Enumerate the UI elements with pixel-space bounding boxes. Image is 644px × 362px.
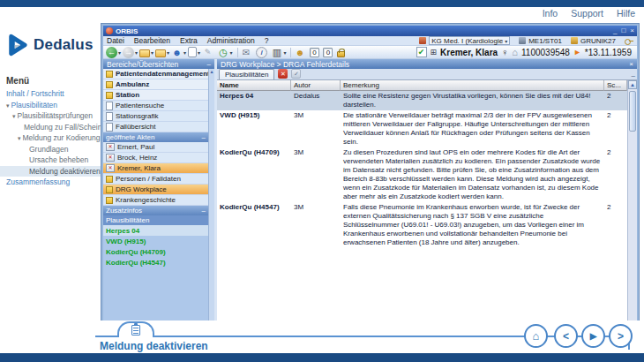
list-item[interactable]: Personen / Falldaten: [103, 174, 208, 185]
case-arrow-icon[interactable]: ►: [573, 48, 581, 57]
previous-button[interactable]: <: [554, 324, 578, 348]
cell-bemerkung: Die stationäre Verweildauer beträgt maxi…: [341, 111, 604, 147]
column-header-sc[interactable]: Sc...: [604, 80, 627, 91]
tree-expand-icon[interactable]: ▾: [6, 102, 10, 109]
minimize-icon[interactable]: _: [613, 26, 617, 35]
plausibility-item[interactable]: KodierQu (H4709): [103, 246, 208, 257]
top-link-hilfe[interactable]: Hilfe: [617, 8, 635, 22]
chevron-down-icon[interactable]: ▾: [230, 49, 233, 56]
left-panel-scrollbar[interactable]: ▲: [208, 69, 214, 321]
panel-close-icon[interactable]: ×: [629, 61, 633, 68]
tab-plausibilitaeten[interactable]: Plausibilitäten: [219, 69, 274, 79]
chevron-down-icon[interactable]: ▾: [183, 49, 186, 56]
list-item[interactable]: ✕Ernert, Paul: [103, 142, 208, 153]
chevron-down-icon[interactable]: ▾: [198, 49, 200, 56]
collapse-icon[interactable]: –: [202, 207, 206, 215]
list-item[interactable]: Patientendatenmanagement: [103, 69, 208, 79]
close-icon[interactable]: ×: [630, 26, 634, 35]
case-number[interactable]: 1100039548: [521, 48, 570, 57]
plausibility-item[interactable]: KodierQu (H4547): [103, 257, 208, 268]
deactivate-message-icon[interactable]: ✕: [278, 69, 288, 79]
plausibility-item[interactable]: VWD (H915): [103, 236, 208, 246]
sidebar-item[interactable]: Grundlagen: [0, 144, 101, 155]
left-panel-header[interactable]: Bereiche/Übersichten –: [103, 59, 214, 69]
sidebar-item[interactable]: ▾Plausibilitäten: [0, 100, 101, 111]
column-header-bemerkung[interactable]: Bemerkung: [341, 80, 604, 91]
sidebar-item[interactable]: ▾Plausibilitätsprüfungen: [0, 110, 101, 122]
chevron-down-icon[interactable]: ▾: [167, 49, 169, 56]
list-item[interactable]: ✕Kremer, Klara: [103, 163, 208, 174]
chevron-down-icon[interactable]: ▾: [118, 49, 121, 56]
mail-icon[interactable]: ✉: [241, 47, 252, 58]
scroll-up-icon[interactable]: ▲: [628, 80, 637, 89]
list-item[interactable]: Station: [103, 90, 208, 101]
table-row[interactable]: VWD (H915)3MDie stationäre Verweildauer …: [217, 110, 627, 147]
tree-expand-icon[interactable]: ▾: [18, 135, 21, 141]
orbis-titlebar[interactable]: ORBIS _ □ ×: [103, 26, 637, 36]
collapse-icon[interactable]: –: [202, 133, 206, 141]
chevron-down-icon[interactable]: ▾: [283, 49, 286, 56]
home-button[interactable]: ⌂: [524, 324, 548, 348]
patient-check-icon[interactable]: ✔: [416, 47, 427, 57]
sidebar-item[interactable]: Zusammenfassung: [0, 177, 101, 188]
barcode-icon[interactable]: ▥: [271, 47, 282, 58]
column-header-autor[interactable]: Autor: [291, 80, 341, 91]
maximize-icon[interactable]: □: [621, 26, 625, 35]
lock-icon[interactable]: [337, 51, 345, 57]
users-icon[interactable]: ☻: [171, 47, 183, 58]
table-scrollbar[interactable]: ▲: [627, 80, 637, 321]
collapse-icon[interactable]: –: [207, 61, 211, 68]
patient-name[interactable]: Kremer, Klara: [440, 48, 498, 57]
back-icon[interactable]: ←: [106, 47, 117, 58]
list-item[interactable]: DRG Workplace: [103, 185, 208, 195]
station-indicator[interactable]: ME1/ST01: [519, 37, 562, 45]
tree-expand-icon[interactable]: ▾: [12, 113, 16, 119]
sidebar-item[interactable]: Inhalt / Fortschritt: [0, 88, 101, 100]
sidebar-item[interactable]: Ursache beheben: [0, 155, 101, 166]
counter-badge[interactable]: 0: [323, 48, 333, 57]
section-header[interactable]: geöffnete Akten–: [103, 132, 208, 142]
clock-icon[interactable]: ◷: [218, 47, 229, 58]
expand-icon[interactable]: ⊞: [431, 48, 438, 57]
sidebar-item[interactable]: ▾Meldung zur Kodierung: [0, 132, 101, 144]
scroll-thumb[interactable]: [629, 91, 636, 132]
forward-icon[interactable]: →: [123, 47, 134, 58]
chevron-down-icon[interactable]: ▾: [505, 38, 507, 44]
top-link-support[interactable]: Support: [571, 8, 603, 22]
list-item[interactable]: Patientensuche: [103, 101, 208, 111]
folder-clock-icon[interactable]: [155, 49, 166, 57]
department-selector[interactable]: KG Med. I (Kardiologie ▾: [419, 36, 510, 45]
briefcase-icon[interactable]: [139, 49, 150, 57]
section-header[interactable]: Zusatzinfos–: [103, 206, 208, 215]
chevron-down-icon[interactable]: ▾: [151, 49, 154, 56]
table-row[interactable]: KodierQu (H4547)3MFalls diese Pneumonie …: [217, 202, 627, 248]
list-item[interactable]: ✕Brock, Heinz: [103, 153, 208, 163]
next-button[interactable]: >: [609, 324, 633, 348]
edit-icon[interactable]: ✎: [202, 47, 213, 58]
sidebar-item[interactable]: Meldung deaktivieren: [0, 166, 101, 177]
list-item[interactable]: Stationsgrafik: [103, 111, 208, 122]
info-icon[interactable]: i: [256, 47, 267, 58]
counter-badge[interactable]: 0: [310, 48, 319, 57]
list-item[interactable]: Krankengeschichte: [103, 195, 208, 206]
new-document-icon[interactable]: [188, 47, 197, 57]
main-panel-header[interactable]: DRG Workplace > DRGA Fehlerdetails ×: [217, 59, 637, 69]
sidebar-item[interactable]: Meldung zu Fall/Scheininfo: [0, 122, 101, 133]
list-item[interactable]: Ambulanz: [103, 79, 208, 90]
column-header-name[interactable]: Name: [217, 80, 291, 91]
top-link-info[interactable]: Info: [543, 8, 558, 22]
key-icon[interactable]: [625, 39, 633, 43]
activate-message-icon[interactable]: ✓: [291, 69, 301, 79]
play-button[interactable]: ▶: [581, 324, 605, 348]
user-indicator[interactable]: GRUNIK27: [571, 37, 616, 45]
spacer: [345, 44, 348, 60]
plausibility-item[interactable]: Herpes 04: [103, 225, 208, 236]
list-item[interactable]: Fallübersicht: [103, 122, 208, 132]
collapse-icon[interactable]: –: [632, 72, 635, 79]
tutorial-step-tab[interactable]: [117, 321, 154, 337]
chevron-down-icon[interactable]: ▾: [135, 49, 138, 56]
table-row[interactable]: Herpes 04DedalusSollte eine Resistenz ge…: [217, 91, 627, 110]
scroll-up-icon[interactable]: ▲: [209, 69, 214, 74]
table-row[interactable]: KodierQu (H4709)3MZu diesen Prozeduren s…: [217, 147, 627, 202]
user-lock-icon[interactable]: ☻: [294, 47, 305, 58]
